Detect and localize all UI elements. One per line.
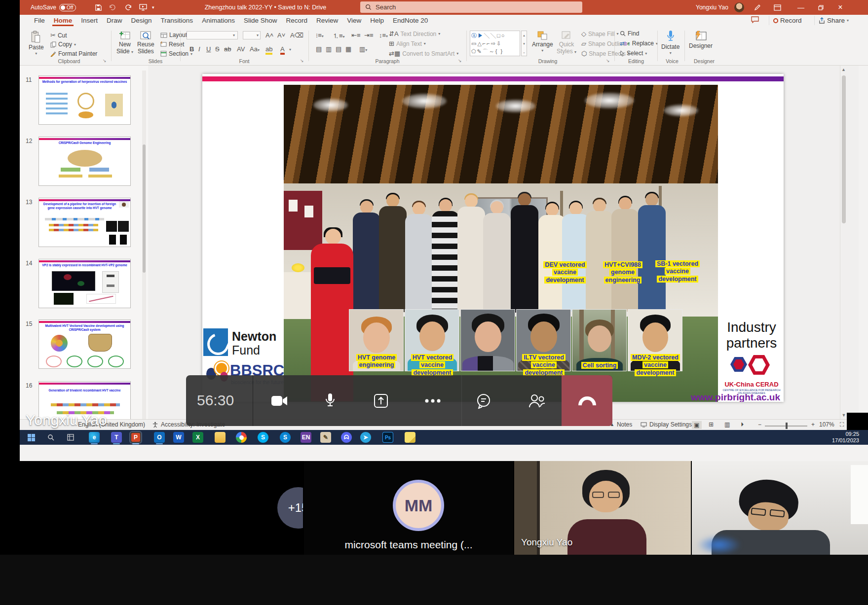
- remote-search-icon[interactable]: [45, 432, 56, 443]
- remote-skype2-icon[interactable]: S: [280, 432, 291, 443]
- remote-skype-icon[interactable]: S: [258, 432, 268, 443]
- more-actions-button[interactable]: [421, 389, 445, 413]
- remote-word-icon[interactable]: W: [173, 432, 184, 443]
- increase-font-size-button[interactable]: A˄: [265, 32, 273, 39]
- strikethrough-button[interactable]: S: [215, 45, 220, 53]
- website-link[interactable]: www.pirbright.ac.uk: [674, 392, 780, 402]
- slide-scrollbar[interactable]: ▲ ▼ ≪ ≫: [840, 66, 847, 435]
- video-tile-yongxiu[interactable]: Yongxiu Yao: [514, 461, 691, 555]
- zoom-level[interactable]: 107%: [819, 421, 834, 428]
- font-color-button[interactable]: A: [280, 45, 285, 55]
- font-dialog-launcher[interactable]: ↘: [300, 58, 304, 63]
- columns-button[interactable]: ▥▾: [359, 45, 367, 53]
- slideshow-view-button[interactable]: 🞂: [741, 421, 744, 428]
- cut-button[interactable]: ✂Cut: [50, 32, 67, 39]
- tab-view[interactable]: View: [342, 15, 366, 26]
- avatar[interactable]: [734, 0, 744, 15]
- remote-file-explorer-icon[interactable]: [215, 432, 226, 443]
- font-name-dropdown[interactable]: ▾: [233, 33, 235, 37]
- align-left-button[interactable]: ▤: [316, 45, 322, 53]
- video-tile-empty[interactable]: +15: [0, 461, 303, 555]
- record-button[interactable]: Record: [769, 16, 806, 25]
- tab-record[interactable]: Record: [281, 15, 312, 26]
- ribbon-display-options-button[interactable]: [774, 0, 781, 15]
- justify-button[interactable]: ▦: [345, 45, 351, 53]
- decrease-indent-button[interactable]: ⇤≡: [351, 32, 360, 39]
- thumbnail-scrollbar[interactable]: [142, 71, 146, 434]
- minimize-button[interactable]: —: [793, 0, 808, 15]
- restore-button[interactable]: [813, 0, 828, 15]
- arrange-button[interactable]: Arrange▾: [532, 31, 553, 53]
- tab-draw[interactable]: Draw: [102, 15, 127, 26]
- drawing-dialog-launcher[interactable]: ↘: [606, 58, 610, 63]
- zoom-slider-thumb[interactable]: [786, 423, 788, 429]
- chat-button[interactable]: [472, 389, 495, 413]
- designer-button[interactable]: Designer: [689, 31, 713, 49]
- participants-button[interactable]: [525, 389, 549, 413]
- tab-review[interactable]: Review: [312, 15, 342, 26]
- reset-button[interactable]: Reset: [160, 41, 184, 48]
- align-text-button[interactable]: ⊞Align Text▾: [389, 40, 426, 47]
- change-case-button[interactable]: Aa▾: [250, 45, 260, 53]
- remote-outlook-icon[interactable]: O: [154, 432, 165, 443]
- thumbnail-slide-13[interactable]: Development of a pipeline for insertion …: [38, 198, 131, 247]
- font-color-dropdown[interactable]: ▾: [289, 47, 291, 52]
- align-right-button[interactable]: ▤: [336, 45, 341, 53]
- share-screen-button[interactable]: [369, 389, 393, 413]
- scroll-down-icon[interactable]: ▼: [840, 413, 847, 418]
- numbering-button[interactable]: ⒈≡▾: [333, 32, 345, 40]
- comments-button[interactable]: [751, 16, 759, 23]
- thumbnail-slide-15[interactable]: Multivalent HVT Vectored Vaccine develop…: [38, 320, 131, 369]
- copy-button[interactable]: Copy▾: [50, 41, 76, 48]
- line-spacing-button[interactable]: ↕≡▾: [379, 32, 388, 39]
- tab-animations[interactable]: Animations: [197, 15, 239, 26]
- italic-button[interactable]: I: [198, 45, 200, 53]
- tab-home[interactable]: Home: [49, 15, 77, 26]
- select-button[interactable]: Select▾: [620, 50, 647, 57]
- camera-button[interactable]: [267, 389, 291, 413]
- remote-telegram-icon[interactable]: ➤: [360, 432, 371, 443]
- tab-slideshow[interactable]: Slide Show: [239, 15, 282, 26]
- replace-button[interactable]: ⇄bc Replace▾: [620, 40, 658, 47]
- highlight-color-button[interactable]: ab: [265, 45, 272, 55]
- scrollbar-thumb[interactable]: [842, 75, 846, 223]
- remote-endnote-icon[interactable]: EN: [301, 432, 311, 443]
- microphone-button[interactable]: [318, 389, 342, 413]
- hang-up-button[interactable]: [562, 375, 612, 426]
- text-direction-button[interactable]: ⇵AText Direction▾: [389, 30, 440, 37]
- fit-to-window-button[interactable]: ⛶: [840, 421, 844, 428]
- scroll-up-icon[interactable]: ▲: [840, 66, 847, 72]
- new-slide-button[interactable]: NewSlide ▾: [116, 31, 133, 55]
- convert-smartart-button[interactable]: ⇄▦Convert to SmartArt▾: [389, 50, 458, 57]
- close-button[interactable]: ×: [833, 0, 848, 15]
- font-size-dropdown[interactable]: ▾: [257, 33, 259, 37]
- redo-button[interactable]: [124, 0, 132, 15]
- bullets-button[interactable]: ⁝≡▾: [316, 32, 324, 39]
- paragraph-dialog-launcher[interactable]: ↘: [458, 58, 462, 63]
- dictate-button[interactable]: Dictate▾: [661, 30, 679, 55]
- tab-help[interactable]: Help: [366, 15, 388, 26]
- find-button[interactable]: Find: [620, 30, 639, 37]
- format-painter-button[interactable]: Format Painter: [50, 50, 97, 57]
- remote-stickynotes-icon[interactable]: [405, 432, 415, 443]
- underline-button[interactable]: U: [206, 45, 211, 53]
- paste-button[interactable]: Paste▾: [29, 31, 44, 56]
- shape-fill-button[interactable]: ◇Shape Fill▾: [581, 30, 618, 37]
- align-center-button[interactable]: ▥: [326, 45, 332, 53]
- tab-transitions[interactable]: Transitions: [156, 15, 198, 26]
- normal-view-button[interactable]: ▣: [692, 421, 702, 429]
- zoom-out-button[interactable]: −: [758, 421, 761, 428]
- video-tile-meeting[interactable]: MM microsoft teams meeting (...: [304, 461, 513, 555]
- overflow-participants-avatar[interactable]: +15: [277, 487, 303, 529]
- section-button[interactable]: Section▾: [160, 50, 192, 57]
- remote-clock[interactable]: 09:25 17/01/2023: [832, 431, 859, 444]
- notes-button[interactable]: ▲Notes: [610, 421, 632, 428]
- shape-gallery[interactable]: Ⓐ▶╲╲□○▭△⌐⌐⇨⇩⬠✎⌒～{ }: [470, 31, 520, 56]
- decrease-font-size-button[interactable]: A˅: [277, 32, 285, 39]
- remote-powerpoint-icon[interactable]: P: [130, 432, 141, 443]
- remote-teams-icon[interactable]: T: [111, 432, 122, 443]
- current-slide[interactable]: Acknowledgements: [202, 74, 784, 402]
- account-name[interactable]: Yongxiu Yao: [696, 0, 728, 15]
- quick-styles-button[interactable]: QuickStyles ▾: [557, 31, 576, 55]
- autosave-toggle[interactable]: AutoSave Off: [31, 0, 76, 15]
